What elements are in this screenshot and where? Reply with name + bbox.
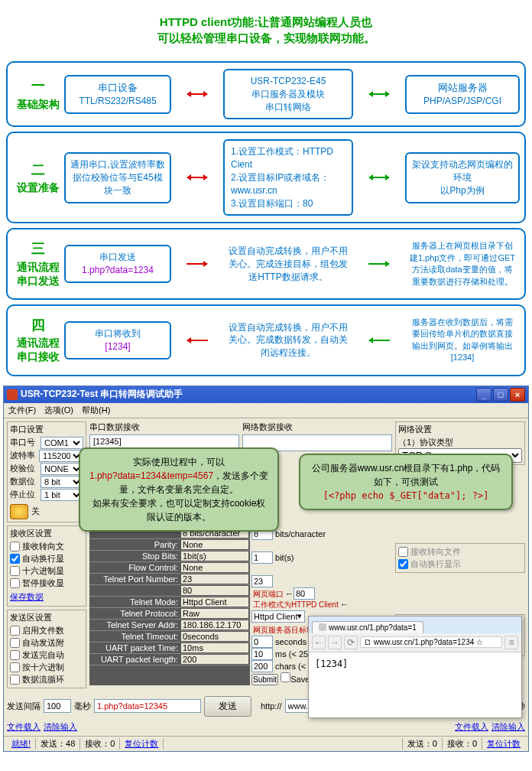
stop-select[interactable]: 1 bit <box>41 489 83 501</box>
svg-marker-10 <box>368 174 373 181</box>
box-web-server: 网站服务器PHP/ASP/JSP/CGI <box>405 75 520 114</box>
reset-count-link[interactable]: 复位计数 <box>125 739 158 748</box>
file-load-link-r[interactable]: 文件载入 <box>455 721 488 733</box>
box-mode-config: 1.设置工作模式：HTTPD Cient2.设置目标IP或者域名：www.usr… <box>223 139 353 216</box>
baud-select[interactable]: 115200 <box>39 450 83 462</box>
arrow-red-bidir <box>187 172 208 183</box>
svg-marker-5 <box>385 91 390 97</box>
clear-input-link[interactable]: 清除输入 <box>44 721 77 733</box>
port-select[interactable]: COM1 <box>41 437 83 449</box>
box-php-env: 架设支持动态网页编程的环境以Php为例 <box>405 152 520 203</box>
close-button[interactable]: × <box>510 388 525 402</box>
box-serial-config: 通用串口,设置波特率数据位校验位等与E45模块一致 <box>64 152 171 203</box>
section-4: 四通讯流程串口接收 串口将收到[1234] 设置自动完成转换，用户不用关心。完成… <box>6 304 526 376</box>
svg-marker-7 <box>187 174 191 181</box>
box-auto-convert-recv: 设置自动完成转换，用户不用关心。完成数据转发，自动关闭远程连接。 <box>223 317 353 364</box>
clear-input-link-r[interactable]: 清除输入 <box>491 721 525 733</box>
section-3: 三通讯流程串口发送 串口发送1.php?data=1234 设置自动完成转换，用… <box>6 228 526 300</box>
pause-recv-check[interactable] <box>10 578 20 588</box>
statusbar: 就绪! 发送：48 接收：0 复位计数 发送：0 接收：0 复位计数 <box>4 736 528 751</box>
reload-button[interactable]: ⟳ <box>344 636 358 649</box>
minimize-button[interactable]: _ <box>476 388 491 402</box>
svg-marker-13 <box>203 261 208 267</box>
send-data-input[interactable] <box>94 699 201 713</box>
window-title: USR-TCP232-Test 串口转网络调试助手 <box>21 388 475 401</box>
app-window: USR-TCP232-Test 串口转网络调试助手 _ □ × 文件(F) 选项… <box>3 386 529 752</box>
svg-marker-2 <box>203 91 208 97</box>
browser-tab[interactable]: www.usr.cn/1.php?data=1 <box>312 621 423 633</box>
section-1: 一基础架构 串口设备TTL/RS232/RS485 USR-TCP232-E45… <box>6 61 526 127</box>
recv-to-file-check[interactable] <box>10 542 20 551</box>
file-data-check[interactable] <box>10 626 20 636</box>
box-server-process: 服务器上在网页根目录下创建1.php文件，即可通过GET方法读取data变量的值… <box>405 236 520 292</box>
auto-clear-check[interactable] <box>10 650 20 660</box>
menu-icon[interactable]: ≡ <box>504 636 518 649</box>
arrow-green-left <box>368 335 390 346</box>
box-auto-convert-send: 设置自动完成转换，用户不用关心。完成连接目标，组包发送HTTP数据请求。 <box>223 240 353 288</box>
svg-marker-11 <box>385 174 390 181</box>
send-button-left[interactable]: 发送 <box>204 696 251 717</box>
box-serial-recv: 串口将收到[1234] <box>64 321 171 359</box>
auto-append-check[interactable] <box>10 638 20 648</box>
net-recv-settings-group: 接收转向文件 自动换行显示 <box>395 543 525 573</box>
url-bar[interactable]: 🗋 www.usr.cn/1.php?data=1234 ☆ <box>360 636 502 648</box>
titlebar: USR-TCP232-Test 串口转网络调试助手 _ □ × <box>4 386 528 403</box>
browser-content: [1234] <box>309 652 521 675</box>
favicon-icon <box>319 623 326 631</box>
box-server-output: 服务器在收到数据后，将需要回传给单片机的数据直接输出到网页。如举例将输出[123… <box>405 312 520 369</box>
auto-wrap-check[interactable] <box>10 554 20 564</box>
serial-settings-group: 串口设置 串口号COM1 波特率115200 校验位NONE 数据位8 bit … <box>7 421 86 522</box>
svg-marker-19 <box>368 337 373 343</box>
reset-count-link-r[interactable]: 复位计数 <box>487 739 521 748</box>
callout-multivar: 实际使用过程中，可以 1.php?data=1234&temp=4567，发送多… <box>79 447 279 532</box>
menu-options[interactable]: 选项(O) <box>44 405 73 415</box>
menubar: 文件(F) 选项(O) 帮助(H) <box>4 403 528 418</box>
hex-display-check[interactable] <box>10 566 20 576</box>
browser-window: www.usr.cn/1.php?data=1 ← → ⟳ 🗋 www.usr.… <box>308 616 522 718</box>
section-2: 二设置准备 通用串口,设置波特率数据位校验位等与E45模块一致 1.设置工作模式… <box>6 132 526 223</box>
box-serial-send: 串口发送1.php?data=1234 <box>64 245 171 283</box>
svg-marker-15 <box>385 261 390 267</box>
check-select[interactable]: NONE <box>41 463 83 475</box>
maximize-button[interactable]: □ <box>493 388 508 402</box>
save-data-link[interactable]: 保存数据 <box>10 591 44 603</box>
svg-marker-17 <box>187 337 191 343</box>
telnet-mode-select[interactable]: Httpd Client ▾ <box>251 610 305 623</box>
arrow-red-right <box>187 259 208 269</box>
submit-button[interactable]: Submit <box>251 674 278 685</box>
send-settings-group: 发送区设置 启用文件数 自动发送附 发送完自动 按十六进制 数据流循环 <box>7 610 86 688</box>
arrow-green-right <box>368 259 390 269</box>
svg-marker-4 <box>368 91 373 97</box>
arrow-red-bidir <box>187 89 208 99</box>
app-icon <box>7 389 18 400</box>
ready-status[interactable]: 就绪! <box>11 739 31 748</box>
interval-input[interactable] <box>44 699 71 713</box>
box-serial-device: 串口设备TTL/RS232/RS485 <box>64 75 171 114</box>
arrow-green-bidir <box>368 89 390 99</box>
forward-button[interactable]: → <box>328 636 342 649</box>
callout-php-code: 公司服务器www.usr.cn根目录下有1.php，代码如下，可供测试 [<?p… <box>299 454 513 510</box>
svg-marker-8 <box>203 174 208 181</box>
menu-help[interactable]: 帮助(H) <box>82 405 110 415</box>
svg-marker-1 <box>187 91 191 97</box>
arrow-red-left <box>187 335 208 346</box>
data-select[interactable]: 8 bit <box>41 476 83 488</box>
hex-send-check[interactable] <box>10 662 20 672</box>
recv-settings-group: 接收区设置 接收转向文 自动换行显 十六进制显 暂停接收显 保存数据 <box>7 525 86 607</box>
file-load-link[interactable]: 文件载入 <box>7 721 41 733</box>
box-e45-module: USR-TCP232-E45串口服务器及模块串口转网络 <box>223 69 353 119</box>
back-button[interactable]: ← <box>312 636 326 649</box>
menu-file[interactable]: 文件(F) <box>8 405 36 415</box>
save-next-check[interactable] <box>281 672 290 682</box>
main-title: HTTPD client功能:让普通网站编程人员也 可以轻松管理串口设备，实现物… <box>0 0 532 57</box>
connect-icon[interactable] <box>10 504 28 519</box>
loop-send-check[interactable] <box>10 675 20 685</box>
arrow-green-bidir <box>368 172 390 183</box>
